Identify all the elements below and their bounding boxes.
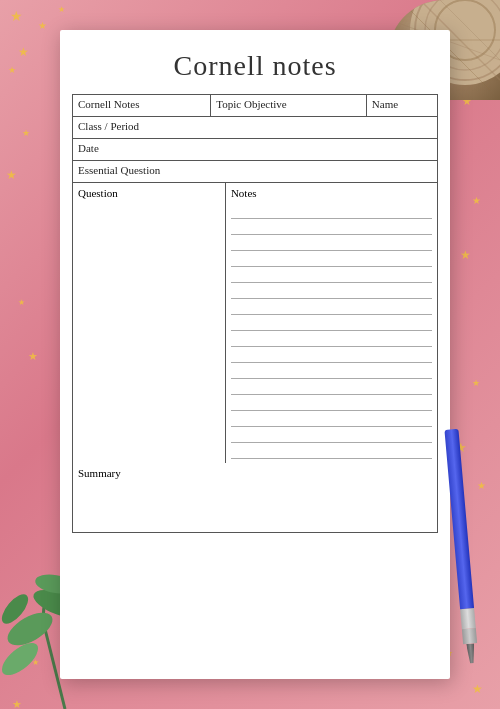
- topic-objective-header: Topic Objective: [211, 95, 366, 117]
- name-header: Name: [366, 95, 437, 117]
- paper-content: Cornell notes Cornell Notes Topic Object…: [60, 30, 450, 543]
- notes-label: Notes: [231, 187, 257, 199]
- cornell-notes-paper: Cornell notes Cornell Notes Topic Object…: [60, 30, 450, 679]
- class-row: Class / Period: [73, 117, 438, 139]
- note-line: [231, 363, 432, 379]
- note-line: [231, 315, 432, 331]
- question-column: Question: [73, 183, 226, 463]
- header-row: Cornell Notes Topic Objective Name: [73, 95, 438, 117]
- note-line: [231, 235, 432, 251]
- note-line: [231, 331, 432, 347]
- note-line: [231, 411, 432, 427]
- question-label: Question: [78, 187, 118, 199]
- note-line: [231, 443, 432, 459]
- cornell-notes-header: Cornell Notes: [73, 95, 211, 117]
- note-line: [231, 203, 432, 219]
- note-line: [231, 299, 432, 315]
- note-line: [231, 267, 432, 283]
- cornell-table: Cornell Notes Topic Objective Name Class…: [72, 94, 438, 183]
- pen-grip: [460, 608, 476, 629]
- summary-section: Summary: [72, 463, 438, 533]
- summary-label: Summary: [78, 467, 121, 479]
- note-line: [231, 283, 432, 299]
- date-label: Date: [73, 139, 438, 161]
- note-line: [231, 251, 432, 267]
- note-line: [231, 379, 432, 395]
- date-row: Date: [73, 139, 438, 161]
- main-content-section: Question Notes: [72, 183, 438, 463]
- pen-grip2: [462, 628, 477, 644]
- essential-question-label: Essential Question: [73, 161, 438, 183]
- class-label: Class / Period: [73, 117, 438, 139]
- note-line: [231, 219, 432, 235]
- essential-question-row: Essential Question: [73, 161, 438, 183]
- note-line: [231, 395, 432, 411]
- notes-column: Notes: [226, 183, 437, 463]
- note-line: [231, 427, 432, 443]
- note-line: [231, 347, 432, 363]
- notes-lines: [231, 203, 432, 459]
- page-title: Cornell notes: [72, 40, 438, 94]
